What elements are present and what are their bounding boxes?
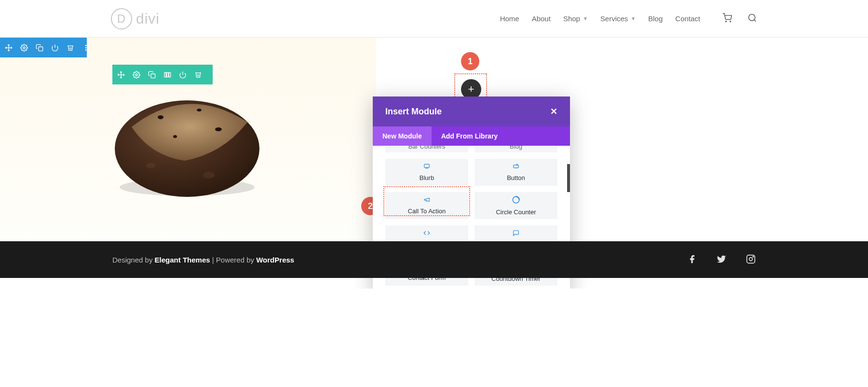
module-card-call-to-action[interactable]: Call To Action: [385, 192, 468, 219]
scrollbar[interactable]: [567, 164, 570, 192]
site-logo[interactable]: D divi: [111, 8, 160, 29]
svg-point-37: [749, 257, 753, 261]
svg-point-1: [730, 21, 731, 22]
code-icon: [422, 230, 431, 238]
svg-rect-15: [151, 74, 155, 78]
svg-point-38: [753, 256, 754, 257]
svg-point-14: [136, 74, 137, 76]
more-icon[interactable]: [210, 70, 217, 79]
module-card-button[interactable]: Button: [475, 159, 557, 186]
svg-point-28: [173, 135, 177, 138]
nav-shop[interactable]: Shop▼: [563, 14, 588, 23]
nav-about[interactable]: About: [532, 14, 551, 23]
more-icon[interactable]: [82, 43, 90, 52]
modal-tabs: New Module Add From Library: [373, 126, 570, 146]
cart-icon[interactable]: [722, 13, 732, 25]
svg-point-11: [85, 49, 87, 51]
site-header: D divi Home About Shop▼ Services▼ Blog C…: [0, 0, 868, 38]
gear-icon[interactable]: [133, 70, 140, 79]
annotation-badge-1: 1: [461, 52, 479, 70]
svg-rect-32: [514, 165, 519, 168]
nav-contact[interactable]: Contact: [675, 14, 700, 23]
svg-point-30: [203, 172, 215, 179]
tab-add-from-library[interactable]: Add From Library: [432, 126, 507, 146]
chevron-down-icon: ▼: [583, 16, 588, 21]
module-card-blurb[interactable]: Blurb: [385, 159, 468, 186]
duplicate-icon[interactable]: [148, 70, 156, 79]
instagram-icon[interactable]: [746, 254, 756, 265]
svg-rect-16: [164, 72, 166, 77]
svg-point-26: [197, 109, 202, 111]
svg-point-20: [213, 72, 215, 73]
page-canvas: 1 + 2 Insert Module ✕ New Module Add Fro…: [0, 38, 868, 289]
modal-title: Insert Module: [385, 107, 442, 117]
power-icon[interactable]: [51, 43, 59, 52]
close-icon[interactable]: ✕: [550, 106, 557, 117]
svg-line-3: [754, 19, 756, 21]
svg-point-25: [158, 115, 163, 119]
nav-blog[interactable]: Blog: [648, 14, 663, 23]
comments-icon: [512, 230, 520, 238]
trash-icon[interactable]: [67, 43, 74, 52]
svg-rect-18: [169, 72, 170, 77]
section-toolbar: [0, 38, 87, 57]
svg-point-27: [215, 127, 222, 131]
chevron-down-icon: ▼: [631, 16, 636, 21]
svg-rect-17: [167, 72, 168, 77]
power-icon[interactable]: [179, 70, 187, 79]
footer-social: [687, 254, 756, 265]
primary-nav: Home About Shop▼ Services▼ Blog Contact: [500, 13, 757, 25]
search-icon[interactable]: [747, 13, 757, 25]
svg-point-21: [213, 74, 215, 75]
svg-rect-31: [424, 164, 430, 167]
facebook-icon[interactable]: [687, 254, 697, 265]
module-card-bar-counters[interactable]: Bar Counters: [385, 146, 468, 152]
nav-services[interactable]: Services▼: [600, 14, 636, 23]
svg-point-9: [85, 45, 87, 46]
duplicate-icon[interactable]: [36, 43, 43, 52]
twitter-icon[interactable]: [716, 254, 727, 265]
footer-credits: Designed by Elegant Themes | Powered by …: [112, 256, 294, 264]
blurb-icon: [422, 163, 431, 171]
trash-icon[interactable]: [194, 70, 202, 79]
svg-rect-7: [39, 47, 43, 51]
footer-link-elegant-themes[interactable]: Elegant Themes: [155, 256, 210, 264]
content-image: [112, 83, 262, 198]
site-footer: Designed by Elegant Themes | Powered by …: [0, 241, 868, 278]
circle-counter-icon: [512, 195, 520, 206]
modal-header[interactable]: Insert Module ✕: [373, 97, 570, 126]
svg-point-2: [749, 14, 755, 20]
button-icon: [512, 163, 520, 171]
row-toolbar: [112, 65, 213, 84]
svg-point-22: [213, 76, 215, 78]
tab-new-module[interactable]: New Module: [373, 126, 432, 146]
logo-mark: D: [111, 8, 132, 29]
module-card-blog[interactable]: Blog: [475, 146, 557, 152]
nav-home[interactable]: Home: [500, 14, 519, 23]
svg-point-6: [23, 47, 25, 49]
module-card-circle-counter[interactable]: Circle Counter: [475, 192, 557, 219]
columns-icon[interactable]: [163, 70, 171, 79]
footer-link-wordpress[interactable]: WordPress: [256, 256, 294, 264]
logo-text: divi: [136, 11, 160, 27]
move-icon[interactable]: [117, 70, 125, 79]
megaphone-icon: [422, 196, 431, 205]
svg-point-10: [85, 47, 87, 48]
svg-point-29: [146, 163, 156, 168]
gear-icon[interactable]: [20, 43, 28, 52]
move-icon[interactable]: [5, 43, 13, 52]
svg-point-0: [726, 21, 727, 22]
